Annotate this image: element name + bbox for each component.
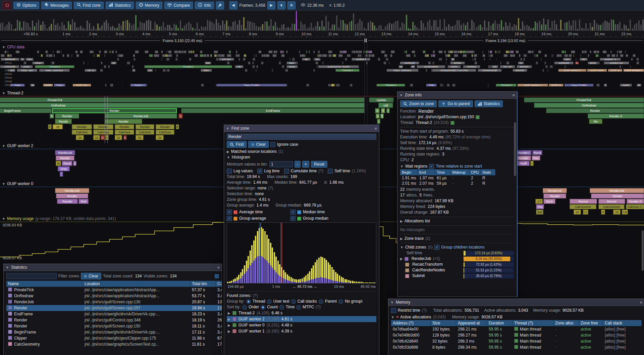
- cpu-zone[interactable]: Thread-2: [376, 84, 405, 87]
- thread-header[interactable]: ▼Thread-2: [2, 91, 23, 95]
- zone[interactable]: EndFrame: [181, 108, 365, 113]
- zone-info-scrollbar[interactable]: [514, 122, 516, 176]
- timeline-scrollbar[interactable]: [642, 230, 644, 271]
- zone[interactable]: Render: [543, 193, 566, 198]
- zone[interactable]: [60, 172, 63, 177]
- cpu-zone[interactable]: kworke: [513, 69, 527, 72]
- zone[interactable]: Update: [369, 97, 394, 102]
- thread-header[interactable]: ▼GUIF worker 2: [2, 143, 33, 148]
- cpu-zone[interactable]: a: [451, 58, 455, 61]
- zone[interactable]: t: [377, 119, 380, 124]
- cpu-zone[interactable]: cfir: [235, 65, 244, 68]
- frames-minimap[interactable]: [0, 11, 644, 31]
- table-cell[interactable]: 676,838: [216, 335, 222, 341]
- table-cell[interactable]: jni/../jni/src/claw/application/Abstract…: [83, 293, 190, 299]
- cpu-zone[interactable]: GUIF-w: [549, 84, 564, 87]
- cpu-zone[interactable]: au: [314, 58, 321, 61]
- legend-checkbox[interactable]: ✓: [290, 210, 296, 215]
- cpu-zone[interactable]: composer@: [478, 69, 502, 72]
- prev-frame-button[interactable]: ◀: [229, 1, 237, 9]
- histogram-section-row[interactable]: ▼Histogram: [227, 154, 376, 160]
- group-by-radio[interactable]: [291, 299, 296, 304]
- table-row[interactable]: 0x7e049b3d00: [391, 332, 431, 338]
- zone[interactable]: Rencer: [598, 199, 625, 204]
- zone[interactable]: 24: [574, 210, 581, 215]
- cpu-zone[interactable]: kwgn: [32, 61, 44, 64]
- cpu-zone[interactable]: kw: [205, 61, 211, 64]
- filter-zones-input[interactable]: [6, 273, 57, 279]
- cpu-zone[interactable]: Tracy: [54, 84, 65, 87]
- cpu-zone[interactable]: em sys: [219, 58, 234, 61]
- close-icon[interactable]: ×: [512, 93, 515, 97]
- cpu-zone[interactable]: tracy_systrace: [386, 69, 419, 72]
- zone[interactable]: 9: [601, 210, 605, 215]
- legend-checkbox[interactable]: ✓: [227, 216, 232, 221]
- cpu-zone[interactable]: ir: [20, 58, 25, 61]
- zone[interactable]: C6: [622, 210, 628, 215]
- column-header[interactable]: State: [481, 169, 495, 175]
- table-cell[interactable]: 3,457: [216, 329, 222, 335]
- cpu-zone[interactable]: Thread-2: [35, 65, 74, 68]
- column-header[interactable]: Counts: [216, 281, 222, 287]
- go-to-parent-button[interactable]: Go to parent: [438, 100, 473, 107]
- column-header[interactable]: Name: [6, 281, 83, 287]
- cpu-zone[interactable]: syste: [620, 84, 632, 87]
- statistics-titlebar[interactable]: ▼ Statistics ×: [4, 264, 222, 271]
- active-allocations-row[interactable]: ▼ ♥ Active allocations (3,043) Memory us…: [391, 314, 642, 320]
- min-bin-decrease-button[interactable]: -: [294, 161, 301, 168]
- frame-span[interactable]: Frame 3,194 (13.92 ms): [367, 38, 644, 43]
- cpu-zone[interactable]: tracy_syn: [17, 69, 38, 72]
- zone[interactable]: RerS: [543, 199, 555, 204]
- cpu-zone[interactable]: GUIF worker 1: [623, 69, 644, 72]
- table-row[interactable]: Clipper: [6, 335, 83, 341]
- cpu-zone[interactable]: Tracy Profiler: [216, 84, 287, 87]
- close-icon[interactable]: ×: [217, 265, 220, 270]
- min-bin-increase-button[interactable]: +: [302, 161, 309, 168]
- zone-location[interactable]: jni/../jni/src/guif/Screen.cpp:150: [418, 114, 474, 120]
- cpu-zone[interactable]: system-ser: [604, 61, 629, 64]
- clear-search-button[interactable]: ⊘Clear: [248, 141, 269, 148]
- zone[interactable]: t8: [56, 161, 61, 166]
- zone[interactable]: call: [378, 103, 393, 108]
- cpu-zone[interactable]: GUIF wor: [72, 84, 91, 87]
- cpu-zone[interactable]: surfa: [447, 65, 461, 68]
- table-cell[interactable]: 3,456: [216, 323, 222, 329]
- cpu-zone[interactable]: ial: [302, 58, 311, 61]
- cpu-zone[interactable]: Tracy I: [130, 84, 146, 87]
- zone[interactable]: S: [375, 108, 380, 113]
- wait-regions-toggle[interactable]: ▼: [400, 164, 404, 169]
- table-row[interactable]: BeginFrame: [6, 329, 83, 335]
- zone[interactable]: OnRedraw: [534, 103, 644, 108]
- zone[interactable]: Re: [589, 119, 602, 124]
- table-row[interactable]: Render: [6, 317, 83, 323]
- zone[interactable]: Render: [55, 114, 79, 119]
- column-header[interactable]: Call stack: [603, 320, 642, 326]
- table-cell[interactable]: 3,457: [216, 287, 222, 293]
- close-icon[interactable]: ×: [640, 300, 642, 305]
- zone[interactable]: Render: [57, 199, 78, 204]
- cpu-zone[interactable]: GUIF worker 0: [558, 69, 586, 72]
- zone[interactable]: RenderJob: [55, 188, 89, 193]
- found-zone-group[interactable]: ▶Thread-2(4,105)6.46 s: [227, 310, 376, 316]
- table-cell[interactable]: jni/../jni/src/claw/application/Abstract…: [83, 287, 190, 293]
- zone[interactable]: 26: [613, 210, 621, 215]
- found-zone-group[interactable]: ▶GUIF worker 2(3,296)4.61 s: [227, 316, 376, 322]
- column-header[interactable]: Size: [431, 320, 456, 326]
- zone[interactable]: -17': [535, 199, 543, 204]
- zone[interactable]: CalcGeo C: [626, 204, 644, 209]
- table-cell[interactable]: 11.98 s: [190, 335, 216, 341]
- zone[interactable]: Rerff: [517, 161, 530, 166]
- cpu-zone[interactable]: tracy_systrace: [39, 69, 70, 72]
- column-header[interactable]: Zone alloc: [553, 320, 579, 326]
- zone[interactable]: CalcGeo: [93, 130, 113, 135]
- table-row[interactable]: 0x7dfaa64e00: [391, 326, 431, 332]
- zone[interactable]: t: [386, 108, 390, 113]
- column-header[interactable]: Location: [83, 281, 190, 287]
- zone[interactable]: F: [176, 124, 179, 129]
- child-zone-row[interactable]: Self time172.14 μs (3.83%): [400, 250, 514, 256]
- power-button[interactable]: [3, 1, 11, 10]
- cpu-zone[interactable]: syste: [20, 65, 33, 68]
- selected-zone[interactable]: Render: [52, 108, 177, 113]
- cpu-zone[interactable]: Thread-2: [496, 84, 517, 87]
- memory-titlebar[interactable]: ▼ Memory ×: [388, 299, 644, 306]
